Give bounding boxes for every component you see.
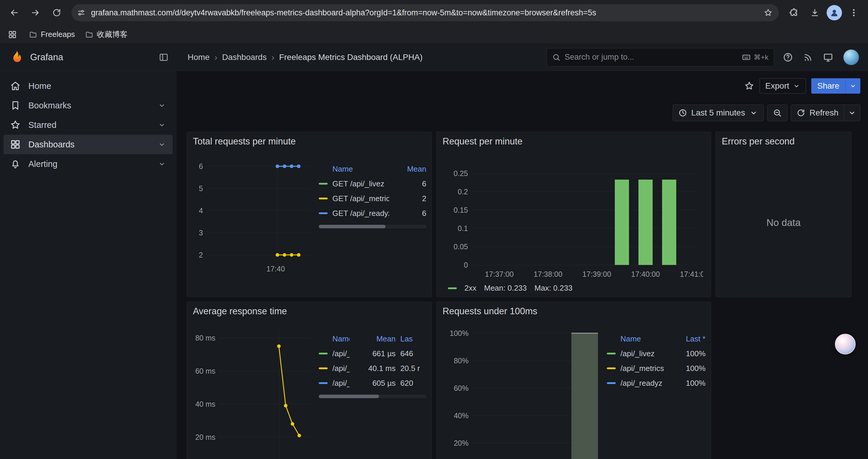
svg-text:100%: 100% [450,329,469,337]
legend-column-header[interactable]: Name [332,165,389,174]
svg-text:3: 3 [199,229,203,237]
sidebar-item-dashboards[interactable]: Dashboards [4,135,173,154]
legend-row: GET /api/_livez6 [319,176,426,191]
legend-series-name[interactable]: /api/_readyz [620,379,665,388]
download-icon[interactable] [805,3,824,22]
series-color-swatch [319,212,328,214]
panel-title[interactable]: Total requests per minute [187,132,432,149]
legend-series-name[interactable]: /api/_metrics [332,364,349,373]
legend-row: GET /api/_readyz6 [319,206,426,221]
legend-column-header[interactable]: Last * [670,334,706,343]
legend-series-name[interactable]: GET /api/_livez [332,179,389,189]
breadcrumb-home[interactable]: Home [188,53,210,62]
zoom-out-button[interactable] [767,104,787,121]
panel-requests-under-100ms: Requests under 100ms 100%80%60%40%20%0%1… [436,302,711,459]
legend-series-name[interactable]: /api/_livez [332,349,349,358]
legend-row: GET /api/_metrics2 [319,191,426,206]
collapse-menu-icon[interactable] [159,52,169,62]
folder-icon [29,30,37,39]
keyboard-icon [742,53,751,62]
grafana-logo[interactable] [9,50,24,65]
legend-series-name[interactable]: /api/_readyz [332,379,349,388]
share-button-label[interactable]: Share [811,78,845,94]
chevron-down-icon[interactable] [158,140,166,149]
legend-value: 20.5 r [400,364,426,373]
legend-scrollbar[interactable] [319,395,426,398]
svg-text:20 ms: 20 ms [195,433,215,441]
legend-series-name[interactable]: GET /api/_metrics [332,194,389,203]
share-menu-caret[interactable] [845,78,860,94]
legend-series-name[interactable]: GET /api/_readyz [332,209,389,218]
series-color-swatch [319,367,328,369]
legend-column-header[interactable]: Las [400,334,426,343]
assistant-floating-avatar[interactable] [835,334,856,355]
svg-text:17:39:00: 17:39:00 [582,270,611,278]
back-icon[interactable] [5,3,24,22]
nav-icons [783,49,859,65]
time-range-picker[interactable]: Last 5 minutes [673,104,764,121]
site-settings-icon[interactable] [77,8,86,17]
grafana-brand-label: Grafana [30,52,63,63]
panel-title[interactable]: Request per minute [437,132,711,149]
bookmark-star-icon[interactable] [761,5,776,21]
forward-icon[interactable] [26,3,45,22]
search-icon [552,53,560,61]
bookmark-folder-freeleaps[interactable]: Freeleaps [29,30,75,39]
svg-text:0.15: 0.15 [454,206,468,214]
time-controls: Last 5 minutes Refresh [176,98,868,128]
search-box[interactable]: ⌘+k [547,48,774,66]
legend-value: 6 [394,209,426,218]
chevron-down-icon[interactable] [158,121,166,129]
favorite-star-icon[interactable] [744,81,754,91]
browser-toolbar: grafana.mathmast.com/d/deytv4rwavabkb/fr… [0,0,868,25]
panel-title[interactable]: Requests under 100ms [437,302,711,319]
sidebar-item-alerting[interactable]: Alerting [4,154,173,174]
search-input[interactable] [565,53,738,62]
panel-errors-per-second: Errors per second No data [716,132,851,297]
sidebar-item-home[interactable]: Home [4,76,173,96]
sidebar-item-starred[interactable]: Starred [4,115,173,135]
url-bar[interactable]: grafana.mathmast.com/d/deytv4rwavabkb/fr… [71,4,779,21]
display-icon[interactable] [823,52,833,62]
search-shortcut: ⌘+k [742,53,769,62]
browser-profile-avatar[interactable] [827,5,842,21]
legend-value: 100% [670,349,706,358]
series-color-swatch [319,353,328,355]
chevron-down-icon [749,108,758,117]
help-icon[interactable] [783,52,793,62]
url-text[interactable]: grafana.mathmast.com/d/deytv4rwavabkb/fr… [91,8,755,18]
rss-icon[interactable] [803,52,813,62]
legend-column-header[interactable]: Mean [354,334,396,343]
refresh-button-main[interactable]: Refresh [791,105,844,121]
legend-column-header[interactable]: Mean [394,165,426,174]
export-button[interactable]: Export [760,78,806,94]
legend-scrollbar[interactable] [319,225,426,228]
share-button[interactable]: Share [811,78,860,94]
bookmark-folder-blogs[interactable]: 收藏博客 [85,29,128,40]
chevron-down-icon[interactable] [158,160,166,168]
panel-title[interactable]: Average response time [187,302,432,319]
legend-series-name[interactable]: /api/_metrics [620,364,665,373]
breadcrumb-dashboards[interactable]: Dashboards [222,53,267,62]
extensions-icon[interactable] [784,3,803,22]
series-color-swatch [319,183,328,185]
svg-text:2: 2 [199,251,203,259]
series-color-swatch [607,353,616,355]
legend-column-header[interactable]: Name [620,334,665,343]
panel-title[interactable]: Errors per second [716,132,851,149]
svg-text:60 ms: 60 ms [195,367,215,375]
legend-row: /api/_readyz605 µs620 [319,376,426,391]
svg-text:0.05: 0.05 [454,242,468,251]
legend-column-header[interactable]: Name [332,334,349,343]
legend-series-name[interactable]: /api/_livez [620,349,665,358]
user-avatar[interactable] [843,49,859,65]
refresh-interval-caret[interactable] [844,105,860,121]
browser-menu-icon[interactable] [844,3,863,22]
sidebar-item-bookmarks[interactable]: Bookmarks [4,96,173,115]
chevron-down-icon[interactable] [158,101,166,109]
reload-icon[interactable] [47,3,66,22]
series-color-swatch [607,382,616,384]
apps-grid-icon[interactable] [6,28,19,41]
legend-series-name[interactable]: 2xx [464,284,476,293]
refresh-button[interactable]: Refresh [791,104,860,121]
